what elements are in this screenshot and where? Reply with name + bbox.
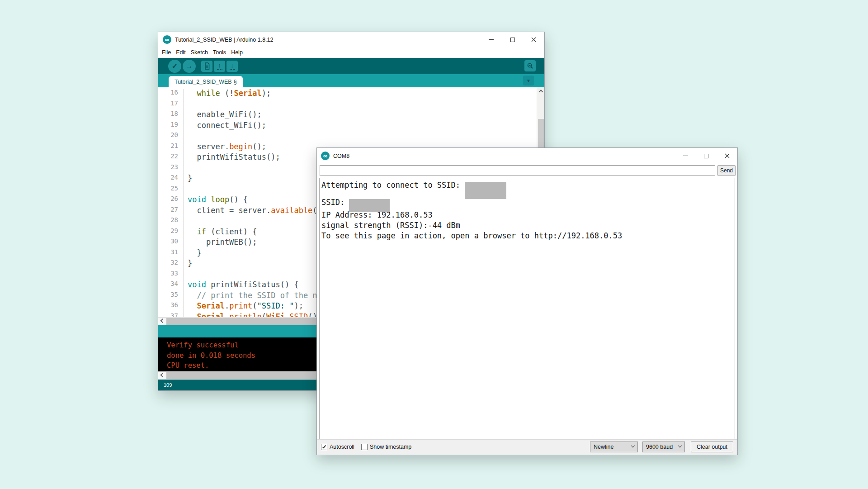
minimize-button[interactable] xyxy=(481,32,502,47)
save-button[interactable]: ↓ xyxy=(226,61,238,72)
line-number: 29 xyxy=(158,227,184,238)
code-text: if (client) { xyxy=(184,227,257,238)
code-text xyxy=(184,163,188,174)
baud-rate-select[interactable]: 9600 baud xyxy=(642,442,685,452)
code-line: 16 while (!Serial); xyxy=(158,89,537,100)
line-number: 25 xyxy=(158,185,184,195)
scroll-up-button[interactable] xyxy=(537,87,544,95)
serial-input-field[interactable] xyxy=(320,165,715,176)
baud-rate-value: 9600 baud xyxy=(646,444,679,450)
serial-monitor-button[interactable] xyxy=(524,60,536,71)
line-number: 32 xyxy=(158,259,184,270)
open-icon: ↑ xyxy=(218,63,221,68)
send-row: Send xyxy=(317,164,737,178)
serial-output-line: Attempting to connect to SSID: xyxy=(321,180,735,197)
menu-item-edit[interactable]: Edit xyxy=(175,48,187,57)
code-line: 18 enable_WiFi(); xyxy=(158,110,537,121)
serial-close-button[interactable] xyxy=(717,148,737,164)
serial-maximize-button[interactable] xyxy=(696,148,717,164)
serial-monitor-window: ∞ COM8 Send Attempting to connect to SSI… xyxy=(316,147,738,455)
desktop: ∞ Tutorial_2_SSID_WEB | Arduino 1.8.12 F… xyxy=(0,0,868,489)
code-line: 17 xyxy=(158,100,537,110)
clear-output-button[interactable]: Clear output xyxy=(691,442,733,452)
code-text: enable_WiFi(); xyxy=(184,110,262,121)
menu-item-file[interactable]: File xyxy=(160,48,172,57)
autoscroll-checkbox[interactable]: Autoscroll xyxy=(321,444,354,450)
line-number: 22 xyxy=(158,152,184,163)
tab-list-button[interactable]: ▼ xyxy=(523,76,534,85)
line-number: 19 xyxy=(158,121,184,132)
serial-output-line: signal strength (RSSI):-44 dBm xyxy=(321,220,735,231)
line-number: 20 xyxy=(158,131,184,142)
maximize-button[interactable] xyxy=(502,32,523,47)
scroll-left-button[interactable] xyxy=(158,318,166,325)
line-number: 27 xyxy=(158,206,184,217)
arduino-logo-icon: ∞ xyxy=(163,35,171,44)
serial-output-area[interactable]: Attempting to connect to SSID: SSID: IP … xyxy=(319,178,735,440)
tab-label: Tutorial_2_SSID_WEB xyxy=(175,79,232,85)
code-line: 19 connect_WiFi(); xyxy=(158,121,537,132)
chevron-down-icon xyxy=(678,444,682,447)
scroll-left-icon xyxy=(160,373,165,377)
code-text xyxy=(184,270,188,280)
line-number: 37 xyxy=(158,312,184,318)
code-text: server.begin(); xyxy=(184,142,266,153)
checkbox-box[interactable] xyxy=(361,444,368,450)
code-text: void loop() { xyxy=(184,195,248,206)
show-timestamp-checkbox[interactable]: Show timestamp xyxy=(361,444,411,450)
line-number: 28 xyxy=(158,216,184,227)
line-ending-select[interactable]: Newline xyxy=(590,442,638,452)
toolbar: ✓ → ↑ ↓ xyxy=(158,58,544,74)
line-number: 33 xyxy=(158,270,184,280)
serial-monitor-icon xyxy=(527,62,534,70)
code-text xyxy=(184,216,188,227)
serial-minimize-button[interactable] xyxy=(675,148,696,164)
serial-controls-bar: Autoscroll Show timestamp Newline 9600 b… xyxy=(317,439,737,454)
code-text: } xyxy=(184,174,192,185)
serial-output-line: To see this page in action, open a brows… xyxy=(321,231,735,241)
ide-title-bar[interactable]: ∞ Tutorial_2_SSID_WEB | Arduino 1.8.12 xyxy=(158,32,544,47)
menu-item-help[interactable]: Help xyxy=(230,48,244,57)
line-number: 21 xyxy=(158,142,184,153)
code-text: printWEB(); xyxy=(184,237,257,248)
verify-button[interactable]: ✓ xyxy=(168,60,181,73)
show-timestamp-label: Show timestamp xyxy=(370,444,411,450)
open-button[interactable]: ↑ xyxy=(214,61,225,72)
redacted-ssid xyxy=(349,199,390,212)
line-number: 34 xyxy=(158,280,184,291)
close-icon xyxy=(725,153,730,158)
upload-button[interactable]: → xyxy=(183,60,196,73)
maximize-icon xyxy=(510,38,515,42)
new-sketch-button[interactable] xyxy=(201,61,212,72)
menu-item-tools[interactable]: Tools xyxy=(212,48,227,57)
maximize-icon xyxy=(704,154,708,158)
arduino-logo-icon: ∞ xyxy=(321,152,330,160)
tab-tutorial-2-ssid-web[interactable]: Tutorial_2_SSID_WEB § xyxy=(169,76,243,87)
tab-bar: Tutorial_2_SSID_WEB § ▼ xyxy=(158,74,544,87)
chevron-down-icon: ▼ xyxy=(526,78,531,83)
code-text: client = server.available(); xyxy=(184,206,326,217)
line-number: 31 xyxy=(158,248,184,259)
serial-title-bar[interactable]: ∞ COM8 xyxy=(317,148,737,164)
checkbox-box[interactable] xyxy=(321,444,327,450)
menu-item-sketch[interactable]: Sketch xyxy=(189,48,209,57)
upload-icon: → xyxy=(186,62,193,70)
current-line-indicator: 109 xyxy=(164,382,172,388)
code-text xyxy=(184,185,188,195)
minimize-icon xyxy=(683,156,688,156)
tab-modified-mark: § xyxy=(234,79,237,85)
line-number: 18 xyxy=(158,110,184,121)
line-number: 30 xyxy=(158,237,184,248)
code-text: Serial.print("SSID: "); xyxy=(184,301,303,312)
console-scroll-left-button[interactable] xyxy=(158,372,166,380)
chevron-down-icon xyxy=(631,444,635,447)
code-line: 20 xyxy=(158,131,537,142)
line-number: 26 xyxy=(158,195,184,206)
serial-window-title: COM8 xyxy=(333,153,349,159)
code-text: connect_WiFi(); xyxy=(184,121,266,132)
close-button[interactable] xyxy=(523,32,544,47)
line-number: 16 xyxy=(158,89,184,100)
send-button[interactable]: Send xyxy=(717,165,736,176)
line-number: 24 xyxy=(158,174,184,185)
redacted-ssid xyxy=(465,182,506,199)
